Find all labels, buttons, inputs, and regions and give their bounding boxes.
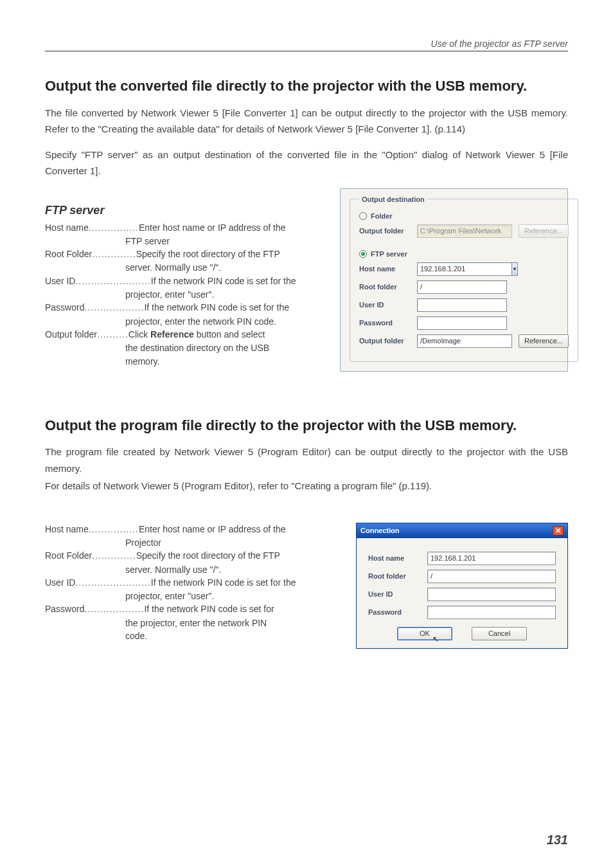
- def-dots: ................: [89, 523, 139, 536]
- def-cont: server. Normally use "/".: [45, 563, 338, 576]
- section2-para2: For details of Network Viewer 5 (Program…: [45, 478, 568, 494]
- def-dots: ........................: [75, 275, 150, 287]
- connection-dialog: Connection ✕ Host name Root folder User …: [356, 523, 568, 649]
- def-cont: the destination directory on the USB: [45, 341, 322, 354]
- section2-title: Output the program file directly to the …: [45, 417, 568, 435]
- root-folder-input[interactable]: [427, 570, 556, 583]
- ftpserver-defs: Host name ................ Enter host na…: [45, 221, 322, 368]
- def-term: Password: [45, 602, 84, 615]
- folder-radio-label: Folder: [371, 212, 393, 220]
- def-term: Host name: [45, 221, 89, 234]
- def-term: Password: [45, 301, 84, 314]
- root-folder-label: Root folder: [368, 572, 421, 580]
- def-desc: Click Reference button and select: [129, 328, 322, 341]
- password-label: Password: [359, 319, 411, 327]
- userid-label: User ID: [359, 301, 411, 309]
- cursor-icon: ↖: [432, 635, 439, 644]
- def-desc: Enter host name or IP address of the: [139, 221, 322, 234]
- host-name-input[interactable]: [417, 262, 511, 276]
- password-input[interactable]: [427, 606, 556, 619]
- host-name-label: Host name: [359, 265, 411, 273]
- close-icon[interactable]: ✕: [553, 526, 564, 536]
- def-dots: ..............: [92, 248, 136, 260]
- def-cont: projector, enter "user".: [45, 590, 338, 602]
- def-desc: If the network PIN code is set for the: [144, 301, 322, 314]
- def-dots: ...................: [84, 301, 144, 314]
- section2-para1: The program file created by Network View…: [45, 444, 568, 476]
- def-bold: Reference: [150, 329, 194, 339]
- defs2: Host name ................ Enter host na…: [45, 523, 338, 643]
- userid-input[interactable]: [417, 298, 507, 312]
- def-term: Host name: [45, 523, 89, 536]
- def-dots: ..........: [97, 328, 129, 341]
- def-cont: code.: [45, 629, 338, 642]
- section1-para1: The file converted by Network Viewer 5 […: [45, 105, 568, 138]
- def-cont: projector, enter the network PIN code.: [45, 315, 322, 328]
- ftpserver-heading: FTP server: [45, 204, 322, 217]
- reference-button-disabled[interactable]: Reference...: [519, 224, 569, 238]
- def-dots: ...................: [84, 602, 144, 615]
- dialog2-titlebar[interactable]: Connection ✕: [357, 523, 567, 538]
- def-desc: Specify the root directory of the FTP: [136, 549, 338, 562]
- cancel-button[interactable]: Cancel: [472, 627, 527, 640]
- dialog2-title: Connection: [360, 527, 400, 534]
- def-cont: memory.: [45, 355, 322, 368]
- def-dots: ........................: [75, 576, 150, 589]
- reference-button[interactable]: Reference...: [519, 334, 569, 348]
- userid-label: User ID: [368, 590, 421, 598]
- def-desc: Specify the root directory of the FTP: [136, 248, 322, 260]
- ftp-server-radio-label: FTP server: [371, 250, 407, 258]
- def-cont: projector, enter "user".: [45, 288, 322, 301]
- def-desc: If the network PIN code is set for: [144, 602, 338, 615]
- def-desc: If the network PIN code is set for the: [151, 576, 338, 589]
- output-folder2-input[interactable]: [417, 334, 512, 348]
- output-folder-label: Output folder: [359, 227, 411, 235]
- host-name-label: Host name: [368, 554, 421, 562]
- def-dots: ..............: [92, 549, 136, 562]
- def-cont: server. Normally use "/".: [45, 261, 322, 274]
- def-cont: the projector, enter the network PIN: [45, 617, 338, 629]
- root-folder-input[interactable]: [417, 280, 507, 294]
- output-destination-dialog: Output destination Folder Output folder …: [340, 188, 568, 372]
- section1-para2: Specify "FTP server" as an output destin…: [45, 147, 568, 179]
- def-cont: FTP server: [45, 235, 322, 248]
- def-desc: Enter host name or IP address of the: [139, 523, 338, 536]
- def-term: Root Folder: [45, 248, 92, 260]
- userid-input[interactable]: [427, 588, 556, 601]
- running-header: Use of the projector as FTP server: [45, 39, 568, 51]
- def-pre: Click: [129, 329, 150, 339]
- def-post: button and select: [194, 329, 265, 339]
- ok-button[interactable]: OK ↖: [397, 627, 452, 640]
- section1-title: Output the converted file directly to th…: [45, 77, 568, 96]
- def-desc: If the network PIN code is set for the: [151, 275, 322, 287]
- ok-label: OK: [420, 629, 430, 637]
- ftp-server-radio[interactable]: [359, 250, 367, 258]
- folder-radio[interactable]: [359, 212, 367, 220]
- output-folder2-label: Output folder: [359, 337, 411, 345]
- def-term: Root Folder: [45, 549, 92, 562]
- def-term: User ID: [45, 576, 75, 589]
- def-term: Output folder: [45, 328, 97, 341]
- password-label: Password: [368, 608, 421, 616]
- root-folder-label: Root folder: [359, 283, 411, 291]
- page-number: 131: [547, 833, 568, 847]
- def-dots: ................: [89, 221, 139, 234]
- def-cont: Projector: [45, 536, 338, 549]
- host-name-input[interactable]: [427, 552, 556, 565]
- output-folder-input[interactable]: [417, 224, 512, 238]
- password-input[interactable]: [417, 316, 507, 330]
- dialog1-legend: Output destination: [359, 195, 427, 203]
- def-term: User ID: [45, 275, 75, 287]
- host-name-dropdown[interactable]: ▼: [511, 262, 518, 276]
